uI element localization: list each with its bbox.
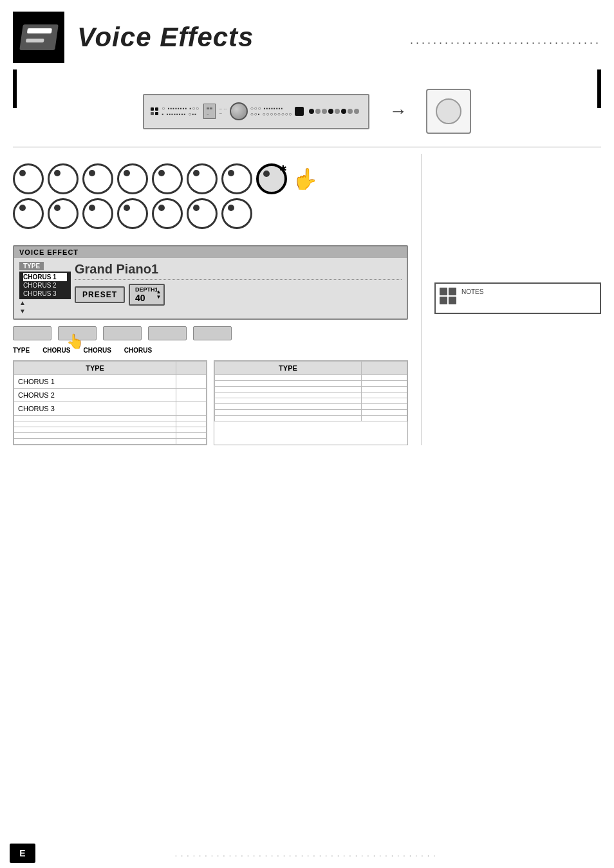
- panel-center-box: ≡≡ ∙∙: [203, 104, 216, 119]
- led-1: [309, 109, 314, 114]
- panel-text-1: ○ ▪▪▪▪▪▪▪▪ ▪○○ ▪ ▪▪▪▪▪▪▪▪ ○▪▪: [161, 106, 201, 117]
- panel-text-3: ○○○ ▪▪▪▪▪▪▪▪ ○○▪ ○○○○○○○○: [250, 106, 292, 117]
- key-dot: [54, 205, 60, 211]
- keys-row-2: [13, 198, 408, 229]
- key-dot: [158, 205, 165, 211]
- key-10: [48, 198, 79, 229]
- keys-row-1: ✱ 👆: [13, 163, 408, 194]
- led-5: [335, 109, 340, 114]
- key-dot: [54, 170, 60, 176]
- chorus-3-type: CHORUS 3: [14, 402, 176, 416]
- table-cell: [176, 416, 207, 421]
- table-row: [215, 381, 407, 387]
- chorus-item-3[interactable]: CHORUS 3: [23, 290, 67, 298]
- chorus-3-desc: [176, 402, 207, 416]
- key-15: [221, 198, 252, 229]
- seg-dot: [155, 107, 158, 111]
- table-cell: [361, 387, 407, 392]
- table-cell: [176, 439, 207, 445]
- table-row: [14, 416, 207, 421]
- key-dot: [193, 170, 200, 176]
- nav-arrow-down[interactable]: ▼: [19, 308, 26, 315]
- table-row: [215, 416, 407, 421]
- key-14: [187, 198, 218, 229]
- key-dot: [263, 171, 270, 177]
- hand-cursor-icon: 👆: [292, 167, 318, 191]
- led-7: [348, 109, 353, 114]
- key-dot: [124, 170, 130, 176]
- seg-dot: [151, 107, 154, 111]
- voice-effect-display: VOICE EFFECT TYPE CHORUS 1 CHORUS 2 CHOR…: [13, 245, 408, 320]
- header-icon: [19, 24, 59, 50]
- ve-preset-button[interactable]: PRESET: [75, 286, 125, 303]
- keyboard-illustration: ✱ 👆: [13, 154, 408, 239]
- depth-down-arrow[interactable]: ▼: [156, 295, 162, 300]
- table-cell: [14, 421, 176, 427]
- table-row: [215, 404, 407, 410]
- panel-button[interactable]: [436, 98, 461, 124]
- page-number: E: [10, 844, 35, 863]
- notes-box: NOTES: [434, 282, 601, 314]
- fn-button-4[interactable]: [148, 326, 187, 340]
- key-dot: [193, 205, 200, 211]
- panel-text-2: ··· ······: [218, 107, 227, 116]
- fn-button-2-active[interactable]: 👆: [58, 326, 97, 340]
- table-row: [14, 427, 207, 433]
- chorus-1-desc: [176, 375, 207, 389]
- led-6: [341, 109, 346, 114]
- ve-preset-row: PRESET DEPTH1 40 ▲ ▼: [75, 284, 402, 306]
- notes-text: NOTES: [461, 288, 483, 297]
- ve-center-panel: Grand Piano1 PRESET DEPTH1 40 ▲ ▼: [75, 262, 402, 306]
- key-3: [82, 163, 113, 194]
- led-3: [322, 109, 327, 114]
- table-row: [14, 421, 207, 427]
- svg-rect-1: [449, 288, 456, 295]
- key-4: [117, 163, 148, 194]
- nav-arrow-up[interactable]: ▲: [19, 299, 26, 306]
- fn-button-5[interactable]: [193, 326, 232, 340]
- key-dot: [228, 170, 234, 176]
- right-table: TYPE: [214, 361, 407, 421]
- fn-button-3[interactable]: [103, 326, 142, 340]
- table-cell: [361, 392, 407, 398]
- ve-depth-arrows: ▲ ▼: [156, 290, 162, 300]
- svg-rect-2: [440, 297, 447, 304]
- table-cell: [215, 398, 362, 404]
- left-accent-bar: [13, 69, 17, 108]
- chorus-label-2: CHORUS: [83, 347, 111, 354]
- led-8: [354, 109, 359, 114]
- led-4: [328, 109, 333, 114]
- table-row: [215, 398, 407, 404]
- key-6: [187, 163, 218, 194]
- panel-segment-left: [151, 107, 158, 115]
- table-cell: [14, 416, 176, 421]
- ve-depth-box: DEPTH1 40 ▲ ▼: [129, 284, 165, 306]
- ve-nav-arrows: ▲ ▼: [19, 299, 26, 315]
- key-9: [13, 198, 44, 229]
- key-dot: [228, 205, 234, 211]
- key-12: [117, 198, 148, 229]
- table-cell: [215, 410, 362, 416]
- right-accent-bar: [597, 69, 601, 108]
- chorus-2-desc: [176, 389, 207, 402]
- active-marker: ✱: [279, 163, 287, 174]
- panel-button-box[interactable]: [426, 89, 471, 134]
- table-row: CHORUS 1: [14, 375, 207, 389]
- table-row: [215, 392, 407, 398]
- fn-button-1[interactable]: [13, 326, 51, 340]
- bottom-dots: ........................................…: [0, 849, 614, 858]
- key-5: [152, 163, 183, 194]
- panel-area: ○ ▪▪▪▪▪▪▪▪ ▪○○ ▪ ▪▪▪▪▪▪▪▪ ○▪▪ ≡≡ ∙∙ ··· …: [0, 76, 614, 147]
- key-8-active[interactable]: ✱: [256, 163, 287, 194]
- key-dot: [19, 205, 26, 211]
- table-cell: [215, 416, 362, 421]
- table-cell: [176, 421, 207, 427]
- right-table-header-desc: [361, 362, 407, 375]
- chorus-item-1[interactable]: CHORUS 1: [23, 273, 67, 281]
- panel-arrow: →: [389, 101, 407, 122]
- chorus-label-3: CHORUS: [124, 347, 152, 354]
- left-table: TYPE CHORUS 1 CHORUS 2: [14, 361, 207, 445]
- key-dot: [89, 205, 95, 211]
- ve-left-panel: TYPE CHORUS 1 CHORUS 2 CHORUS 3 ▲ ▼: [19, 262, 71, 315]
- chorus-item-2[interactable]: CHORUS 2: [23, 281, 67, 290]
